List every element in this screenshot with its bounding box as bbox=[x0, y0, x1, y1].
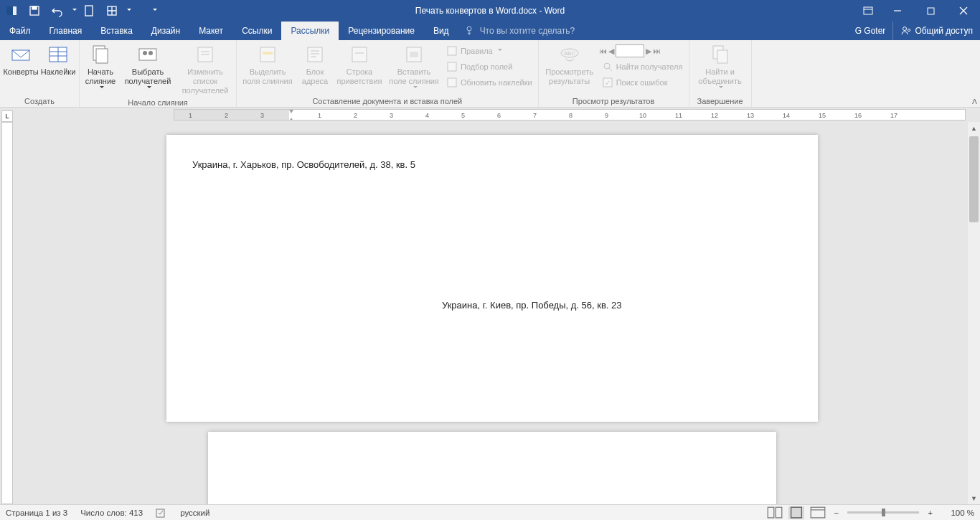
group-start-merge: Начать слияние Выбрать получателей Измен… bbox=[80, 40, 237, 107]
envelopes-button[interactable]: Конверты bbox=[3, 42, 39, 78]
tab-selector[interactable]: L bbox=[1, 110, 13, 122]
tell-me-search[interactable]: Что вы хотите сделать? bbox=[464, 22, 575, 40]
tab-review[interactable]: Рецензирование bbox=[339, 22, 424, 40]
address-block-button: Блок адреса bbox=[297, 42, 333, 88]
minimize-button[interactable] bbox=[881, 0, 914, 22]
first-record-button: ⏮ bbox=[599, 47, 607, 55]
svg-rect-37 bbox=[448, 47, 456, 55]
svg-rect-73 bbox=[776, 507, 782, 518]
svg-text:12: 12 bbox=[711, 112, 718, 119]
svg-text:ABC: ABC bbox=[563, 50, 575, 57]
tab-file[interactable]: Файл bbox=[0, 22, 40, 40]
svg-text:5: 5 bbox=[461, 112, 465, 119]
tab-mailings[interactable]: Рассылки bbox=[281, 22, 339, 40]
tab-view[interactable]: Вид bbox=[424, 22, 458, 40]
svg-text:1: 1 bbox=[318, 112, 321, 119]
labels-button[interactable]: Наклейки bbox=[40, 42, 76, 78]
share-button[interactable]: Общий доступ bbox=[892, 22, 980, 40]
svg-text:16: 16 bbox=[854, 112, 862, 119]
svg-rect-28 bbox=[263, 52, 273, 55]
horizontal-ruler[interactable]: 321 123 456 789 101112 131415 1617 bbox=[174, 109, 966, 120]
svg-marker-69 bbox=[289, 110, 293, 113]
svg-rect-21 bbox=[139, 49, 156, 60]
svg-marker-70 bbox=[289, 118, 293, 120]
finish-merge-button: Найти и объединить bbox=[692, 42, 748, 92]
maximize-button[interactable] bbox=[914, 0, 947, 22]
svg-text:3: 3 bbox=[260, 112, 264, 119]
svg-rect-47 bbox=[717, 50, 727, 63]
user-name[interactable]: G Goter bbox=[848, 26, 893, 36]
read-mode-button[interactable] bbox=[767, 506, 783, 519]
qat-touch-more[interactable] bbox=[123, 0, 132, 22]
qat-undo[interactable] bbox=[46, 0, 69, 22]
qat-customize[interactable] bbox=[146, 0, 161, 22]
edit-recipients-button: Изменить список получателей bbox=[177, 42, 233, 98]
ruler-area: L 321 123 456 789 101112 131415 1617 bbox=[0, 109, 980, 123]
zoom-level[interactable]: 100 % bbox=[941, 509, 974, 517]
record-navigation: ⏮ ◀ ▶ ⏭ bbox=[599, 43, 686, 59]
ribbon-display-options[interactable] bbox=[855, 0, 881, 22]
svg-rect-71 bbox=[156, 509, 164, 517]
zoom-out-button[interactable]: − bbox=[831, 509, 842, 517]
svg-point-11 bbox=[467, 27, 471, 31]
zoom-slider-thumb[interactable] bbox=[882, 509, 885, 516]
tell-me-placeholder: Что вы хотите сделать? bbox=[480, 26, 575, 36]
tab-references[interactable]: Ссылки bbox=[232, 22, 281, 40]
word-count[interactable]: Число слов: 413 bbox=[80, 509, 143, 517]
svg-rect-39 bbox=[448, 78, 456, 87]
print-layout-button[interactable] bbox=[788, 506, 804, 519]
qat-undo-more[interactable] bbox=[69, 0, 77, 22]
vertical-ruler[interactable] bbox=[1, 122, 13, 504]
qat-touch[interactable] bbox=[100, 0, 123, 22]
edit-list-icon bbox=[194, 43, 217, 66]
svg-rect-38 bbox=[448, 62, 456, 71]
close-button[interactable] bbox=[947, 0, 980, 22]
word-icon bbox=[0, 0, 23, 22]
svg-rect-3 bbox=[32, 6, 37, 9]
web-layout-button[interactable] bbox=[810, 506, 826, 519]
collapse-ribbon-button[interactable]: ᐱ bbox=[972, 98, 977, 105]
svg-text:10: 10 bbox=[639, 112, 646, 119]
svg-rect-75 bbox=[811, 507, 825, 518]
zoom-in-button[interactable]: + bbox=[925, 509, 936, 517]
greeting-line-button: Строка приветствия bbox=[334, 42, 385, 88]
tab-insert[interactable]: Вставка bbox=[91, 22, 142, 40]
group-create: Конверты Наклейки Создать bbox=[0, 40, 80, 107]
scroll-thumb[interactable] bbox=[969, 136, 979, 222]
envelope-page-1[interactable]: Украина, г. Харьков, пр. Освободителей, … bbox=[166, 135, 818, 422]
svg-text:11: 11 bbox=[675, 112, 682, 119]
language-indicator[interactable]: русский bbox=[180, 509, 209, 517]
tab-home[interactable]: Главная bbox=[40, 22, 92, 40]
start-merge-button[interactable]: Начать слияние bbox=[83, 42, 118, 92]
scroll-down-button[interactable]: ▼ bbox=[968, 492, 980, 504]
svg-point-13 bbox=[908, 29, 910, 31]
tab-design[interactable]: Дизайн bbox=[142, 22, 189, 40]
return-address[interactable]: Украина, г. Харьков, пр. Освободителей, … bbox=[192, 159, 415, 170]
highlight-icon bbox=[256, 43, 279, 66]
svg-rect-29 bbox=[308, 47, 322, 62]
ribbon-tabs: Файл Главная Вставка Дизайн Макет Ссылки… bbox=[0, 22, 980, 40]
delivery-address[interactable]: Украина, г. Киев, пр. Победы, д. 56, кв.… bbox=[442, 300, 622, 311]
group-finish: Найти и объединить Завершение bbox=[689, 40, 752, 107]
scroll-up-button[interactable]: ▲ bbox=[968, 122, 980, 134]
document-page-2[interactable] bbox=[208, 432, 776, 504]
svg-text:3: 3 bbox=[390, 112, 393, 119]
group-preview: ABC Просмотреть результаты ⏮ ◀ ▶ ⏭ Найти… bbox=[539, 40, 689, 107]
check-errors-button: ✓Поиск ошибок bbox=[599, 75, 686, 90]
qat-new[interactable] bbox=[77, 0, 100, 22]
vertical-scrollbar[interactable]: ▲ ▼ bbox=[968, 122, 980, 504]
tab-layout[interactable]: Макет bbox=[189, 22, 232, 40]
match-fields-button: Подбор полей bbox=[443, 59, 535, 75]
select-recipients-button[interactable]: Выбрать получателей bbox=[120, 42, 176, 92]
svg-text:4: 4 bbox=[425, 112, 429, 119]
svg-rect-20 bbox=[96, 49, 108, 63]
qat-save[interactable] bbox=[23, 0, 46, 22]
zoom-slider[interactable] bbox=[847, 511, 919, 514]
proofing-button[interactable] bbox=[156, 507, 167, 519]
svg-rect-8 bbox=[928, 8, 934, 14]
svg-point-22 bbox=[143, 51, 147, 55]
svg-text:15: 15 bbox=[819, 112, 826, 119]
insert-field-icon bbox=[402, 43, 425, 66]
greeting-icon bbox=[348, 43, 371, 66]
page-indicator[interactable]: Страница 1 из 3 bbox=[6, 509, 67, 517]
